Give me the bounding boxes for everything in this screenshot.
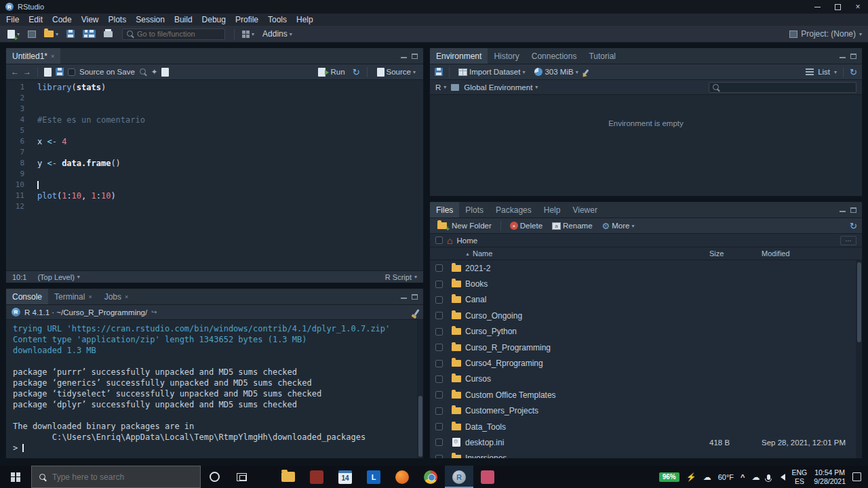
file-name[interactable]: Cursos xyxy=(465,374,709,384)
file-row[interactable]: Data_Tools xyxy=(430,419,862,434)
save-source-icon[interactable] xyxy=(56,68,64,76)
environment-search-box[interactable] xyxy=(709,82,856,93)
close-button[interactable]: × xyxy=(848,0,868,14)
hidden-icons-chevron[interactable]: ^ xyxy=(741,473,745,481)
clock[interactable]: 10:54 PM 9/28/2021 xyxy=(814,468,846,485)
file-row[interactable]: Curso_Ongoing xyxy=(430,308,862,323)
close-icon[interactable]: × xyxy=(51,53,54,60)
console-output[interactable]: trying URL 'https://cran.rstudio.com/bin… xyxy=(6,320,423,458)
row-checkbox[interactable] xyxy=(435,360,443,367)
menu-item-edit[interactable]: Edit xyxy=(24,14,47,25)
tab-tutorial[interactable]: Tutorial xyxy=(583,48,622,64)
file-row[interactable]: Curso4_Rprograming xyxy=(430,355,862,371)
taskbar-app-l-app[interactable]: L xyxy=(359,466,388,488)
column-name[interactable]: ▲ Name xyxy=(465,249,709,258)
project-selector[interactable]: Project: (None) ▾ xyxy=(789,29,863,39)
row-checkbox[interactable] xyxy=(435,344,443,351)
file-row[interactable]: Curso_R_Programming xyxy=(430,340,862,355)
taskbar-app-app-maroon[interactable] xyxy=(302,466,331,488)
import-dataset-button[interactable]: Import Dataset ▾ xyxy=(456,65,528,79)
language-selector[interactable]: R ▾ xyxy=(435,83,446,92)
row-checkbox[interactable] xyxy=(435,281,443,288)
source-button[interactable]: Source ▾ xyxy=(374,65,418,79)
row-checkbox[interactable] xyxy=(435,312,443,319)
file-name[interactable]: Curso_R_Programming xyxy=(465,343,709,352)
more-path-button[interactable]: ··· xyxy=(840,236,856,245)
tab-jobs[interactable]: Jobs× xyxy=(98,289,135,304)
goto-file-input[interactable] xyxy=(137,30,221,38)
tab-help[interactable]: Help xyxy=(538,202,567,218)
menu-item-file[interactable]: File xyxy=(1,14,24,25)
clear-objects-icon[interactable] xyxy=(583,69,589,75)
row-checkbox[interactable] xyxy=(435,391,443,399)
code-editor[interactable]: 123456789101112 library(stats)#Este es u… xyxy=(6,80,423,270)
file-name[interactable]: 2021-2 xyxy=(465,264,709,273)
pane-minimize-icon[interactable] xyxy=(401,54,407,58)
power-plug-icon[interactable]: ⚡ xyxy=(686,472,696,482)
rerun-icon[interactable]: ↻ xyxy=(353,68,360,77)
new-folder-button[interactable]: New Folder xyxy=(435,219,494,233)
console-scrollbar[interactable] xyxy=(417,320,423,458)
pane-maximize-icon[interactable] xyxy=(850,207,856,213)
list-view-label[interactable]: List xyxy=(818,68,830,76)
taskbar-app-rstudio[interactable]: R xyxy=(445,466,473,488)
new-project-button[interactable] xyxy=(25,27,39,41)
console-scroll-thumb[interactable] xyxy=(418,396,422,457)
cloud-icon[interactable]: ☁ xyxy=(703,472,711,482)
tab-packages[interactable]: Packages xyxy=(490,202,538,218)
row-checkbox[interactable] xyxy=(435,328,443,336)
tab-viewer[interactable]: Viewer xyxy=(566,202,603,218)
save-button[interactable] xyxy=(64,27,77,41)
open-file-button[interactable]: ▾ xyxy=(41,27,61,41)
back-icon[interactable]: ← xyxy=(11,67,19,77)
row-checkbox[interactable] xyxy=(435,264,443,272)
taskbar-app-file-explorer[interactable] xyxy=(274,466,302,488)
action-center-icon[interactable] xyxy=(852,472,861,481)
language-indicator[interactable]: ENG ES xyxy=(792,468,808,485)
menu-item-tools[interactable]: Tools xyxy=(263,14,292,25)
taskbar-search-box[interactable] xyxy=(31,466,201,488)
pane-minimize-icon[interactable] xyxy=(840,207,846,212)
editor-code[interactable]: library(stats)#Este es un comentariox <-… xyxy=(31,82,423,270)
minimize-button[interactable] xyxy=(807,0,827,14)
compile-report-icon[interactable] xyxy=(161,68,169,77)
tab-plots[interactable]: Plots xyxy=(459,202,490,218)
row-checkbox[interactable] xyxy=(435,407,443,415)
file-row[interactable]: Canal xyxy=(430,292,862,308)
file-name[interactable]: Curso4_Rprograming xyxy=(465,359,709,368)
pane-maximize-icon[interactable] xyxy=(412,54,418,59)
refresh-files-icon[interactable]: ↻ xyxy=(850,221,857,231)
file-row[interactable]: Customers_Projects xyxy=(430,403,862,419)
addins-button[interactable]: Addins▾ xyxy=(260,27,295,41)
row-checkbox[interactable] xyxy=(435,439,443,446)
scope-selector[interactable]: (Top Level) ▾ xyxy=(37,273,79,281)
file-row[interactable]: Inversiones xyxy=(430,451,862,458)
menu-item-view[interactable]: View xyxy=(77,14,104,25)
taskbar-app-calendar[interactable]: 14 xyxy=(331,466,359,488)
file-row[interactable]: Cursos xyxy=(430,371,862,387)
run-button[interactable]: Run xyxy=(315,65,348,79)
temperature-label[interactable]: 60°F xyxy=(718,473,734,481)
refresh-environment-icon[interactable]: ↻ xyxy=(850,68,857,77)
file-row[interactable]: 2021-2 xyxy=(430,260,862,276)
column-size[interactable]: Size xyxy=(709,249,762,258)
tab-history[interactable]: History xyxy=(488,48,525,64)
find-replace-icon[interactable] xyxy=(139,68,147,76)
cortana-button[interactable] xyxy=(201,466,228,488)
environment-selector[interactable]: Global Environment ▾ xyxy=(464,83,538,92)
pane-minimize-icon[interactable] xyxy=(840,54,846,58)
tab-environment[interactable]: Environment xyxy=(430,48,488,64)
row-checkbox[interactable] xyxy=(435,296,443,304)
taskbar-app-chrome[interactable] xyxy=(416,466,445,488)
tab-files[interactable]: Files xyxy=(430,202,459,218)
tab-untitled1-[interactable]: Untitled1*× xyxy=(6,48,60,64)
task-view-button[interactable] xyxy=(228,466,255,488)
tab-connections[interactable]: Connections xyxy=(526,48,583,64)
workspace-panes-button[interactable]: ▾ xyxy=(239,27,257,41)
file-name[interactable]: desktop.ini xyxy=(465,438,709,447)
tab-terminal[interactable]: Terminal× xyxy=(48,289,98,304)
microphone-icon[interactable] xyxy=(767,474,770,480)
file-name[interactable]: Books xyxy=(465,279,709,289)
battery-indicator[interactable]: 96% xyxy=(659,472,679,482)
popout-icon[interactable] xyxy=(44,68,52,77)
